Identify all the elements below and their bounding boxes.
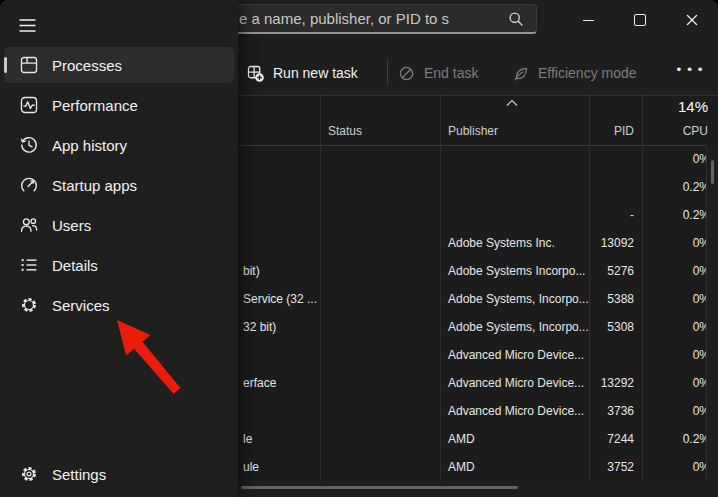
sidebar-item-performance[interactable]: Performance	[4, 87, 234, 123]
table-row[interactable]: -0.2%	[238, 201, 710, 229]
cell-pid: 7244	[589, 425, 642, 453]
performance-icon	[20, 96, 38, 114]
cell-status	[320, 369, 440, 397]
cell-status	[320, 453, 440, 481]
column-separator	[320, 95, 321, 481]
process-table: Status Publisher PID CPU 14% 0% 0.2% -0.…	[238, 95, 718, 497]
cell-publisher	[440, 173, 589, 201]
sidebar-item-app-history[interactable]: App history	[4, 127, 234, 163]
cell-status	[320, 397, 440, 425]
cell-name	[238, 173, 320, 201]
table-row[interactable]: Advanced Micro Device...0%	[238, 341, 710, 369]
table-row[interactable]: erfaceAdvanced Micro Device...132920%	[238, 369, 710, 397]
sidebar-item-label: Settings	[52, 466, 106, 483]
table-row[interactable]: leAMD72440.2%	[238, 425, 710, 453]
run-new-task-label: Run new task	[273, 65, 358, 81]
column-header-status[interactable]: Status	[328, 124, 362, 138]
startup-apps-icon	[20, 176, 38, 194]
efficiency-mode-label: Efficiency mode	[538, 65, 637, 81]
cell-status	[320, 313, 440, 341]
table-row[interactable]: Advanced Micro Device...37360%	[238, 397, 710, 425]
table-row[interactable]: 0%	[238, 145, 710, 173]
cell-publisher: Advanced Micro Device...	[440, 341, 589, 369]
cell-publisher: AMD	[440, 453, 589, 481]
vertical-scrollbar[interactable]	[706, 145, 718, 481]
column-separator	[589, 95, 590, 481]
cell-cpu: 0%	[642, 145, 710, 173]
run-new-task-button[interactable]: Run new task	[247, 58, 358, 88]
sidebar-item-processes[interactable]: Processes	[4, 47, 234, 83]
menu-toggle-button[interactable]	[10, 8, 44, 42]
cell-publisher: Advanced Micro Device...	[440, 397, 589, 425]
sidebar-item-label: App history	[52, 137, 127, 154]
sidebar-item-startup-apps[interactable]: Startup apps	[4, 167, 234, 203]
cell-status	[320, 341, 440, 369]
chevron-up-icon	[505, 99, 519, 107]
cell-publisher: Advanced Micro Device...	[440, 369, 589, 397]
cell-cpu: 0%	[642, 397, 710, 425]
cell-pid: 3736	[589, 397, 642, 425]
cell-name	[238, 229, 320, 257]
table-row[interactable]: Adobe Systems Inc.130920%	[238, 229, 710, 257]
column-header-pid[interactable]: PID	[589, 124, 634, 138]
cell-pid: 5388	[589, 285, 642, 313]
horizontal-scrollbar-thumb[interactable]	[241, 486, 518, 489]
table-row[interactable]: Service (32 ...Adobe Systems, Incorpo...…	[238, 285, 710, 313]
table-row[interactable]: uleAMD37520%	[238, 453, 710, 481]
cell-name: ule	[238, 453, 320, 481]
search-box[interactable]: e a name, publisher, or PID to s	[196, 4, 537, 34]
cell-name: 32 bit)	[238, 313, 320, 341]
sidebar-item-settings[interactable]: Settings	[4, 456, 234, 492]
cell-pid: 5308	[589, 313, 642, 341]
cell-publisher: Adobe Systems, Incorpo...	[440, 285, 589, 313]
cell-pid: -	[589, 201, 642, 229]
cell-pid: 13092	[589, 229, 642, 257]
column-header-publisher[interactable]: Publisher	[448, 124, 498, 138]
cell-status	[320, 145, 440, 173]
table-row[interactable]: 32 bit)Adobe Systems, Incorpo...53080%	[238, 313, 710, 341]
end-task-icon	[398, 65, 415, 82]
toolbar-divider	[387, 59, 388, 85]
sidebar-item-users[interactable]: Users	[4, 207, 234, 243]
navigation-sidebar: Processes Performance App history Startu…	[0, 0, 238, 497]
close-button[interactable]	[666, 0, 718, 40]
minimize-button[interactable]	[562, 0, 614, 40]
end-task-button[interactable]: End task	[398, 58, 478, 88]
sidebar-item-details[interactable]: Details	[4, 247, 234, 283]
sidebar-item-label: Services	[52, 297, 110, 314]
run-new-task-icon	[247, 65, 264, 82]
cell-publisher: AMD	[440, 425, 589, 453]
cell-cpu: 0%	[642, 453, 710, 481]
app-history-icon	[20, 136, 38, 154]
cell-pid	[589, 341, 642, 369]
search-icon[interactable]	[508, 11, 524, 27]
sidebar-item-label: Users	[52, 217, 91, 234]
vertical-scrollbar-thumb[interactable]	[711, 160, 714, 184]
cell-name: le	[238, 425, 320, 453]
task-manager-window: e a name, publisher, or PID to s Run new…	[0, 0, 718, 497]
cell-publisher	[440, 201, 589, 229]
cell-name	[238, 201, 320, 229]
selection-indicator	[4, 57, 7, 73]
users-icon	[20, 216, 38, 234]
more-options-button[interactable]: •••	[674, 62, 708, 77]
table-row[interactable]: bit)Adobe Systems Incorpo...52760%	[238, 257, 710, 285]
sidebar-item-label: Details	[52, 257, 98, 274]
cell-name: bit)	[238, 257, 320, 285]
maximize-button[interactable]	[614, 0, 666, 40]
cell-status	[320, 285, 440, 313]
sidebar-item-services[interactable]: Services	[4, 287, 234, 323]
cell-status	[320, 173, 440, 201]
horizontal-scrollbar[interactable]	[238, 481, 718, 497]
cell-pid: 5276	[589, 257, 642, 285]
cell-cpu: 0%	[642, 285, 710, 313]
toolbar: Run new task End task Efficiency mode ••…	[238, 50, 718, 95]
column-header-cpu[interactable]: CPU	[642, 124, 708, 138]
cell-cpu: 0%	[642, 369, 710, 397]
cell-publisher: Adobe Systems, Incorpo...	[440, 313, 589, 341]
cell-cpu: 0.2%	[642, 425, 710, 453]
cell-status	[320, 425, 440, 453]
table-row[interactable]: 0.2%	[238, 173, 710, 201]
efficiency-mode-button[interactable]: Efficiency mode	[512, 58, 637, 88]
header-top-border	[238, 95, 718, 96]
